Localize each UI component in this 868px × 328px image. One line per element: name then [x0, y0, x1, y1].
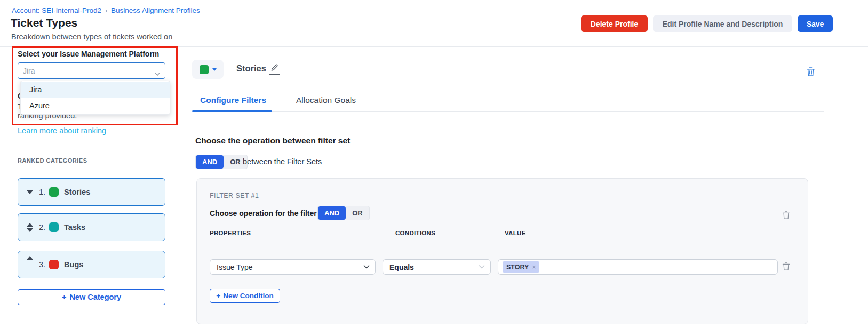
- platform-option-jira[interactable]: Jira: [21, 82, 170, 98]
- new-category-button[interactable]: + New Category: [18, 289, 165, 305]
- ranked-categories-label: RANKED CATEGORIES: [18, 157, 87, 164]
- new-category-label: New Category: [69, 293, 121, 301]
- filter-set-card: FILTER SET #1 Choose operation for the f…: [196, 178, 808, 324]
- learn-more-ranking-link[interactable]: Learn more about ranking: [18, 126, 106, 135]
- value-tag-story: STORY ×: [503, 261, 539, 273]
- delete-category-icon[interactable]: [806, 67, 815, 78]
- filter-set-divider: [210, 247, 796, 247]
- category-color-dot: [49, 260, 59, 269]
- delete-filter-set-icon[interactable]: [782, 211, 790, 221]
- platform-select-input[interactable]: [18, 62, 165, 79]
- page-subtitle: Breakdown between types of tickets worke…: [11, 33, 172, 41]
- category-name: Stories: [64, 188, 90, 196]
- tab-allocation-goals[interactable]: Allocation Goals: [296, 95, 356, 105]
- breadcrumb-section-link[interactable]: Business Alignment Profiles: [111, 6, 200, 14]
- platform-label: Select your Issue Management Platform: [18, 50, 159, 58]
- filter-sets-and-or-toggle: AND OR: [195, 155, 248, 169]
- filter-sets-caption: between the Filter Sets: [243, 157, 322, 166]
- condition-select[interactable]: Equals: [383, 259, 491, 275]
- chevron-down-icon: [479, 265, 485, 269]
- and-toggle-button[interactable]: AND: [196, 155, 224, 169]
- filters-operation-label: Choose operation for the filters: [210, 209, 321, 218]
- category-name: Tasks: [64, 223, 85, 231]
- breadcrumb-account-link[interactable]: Account: SEI-Internal-Prod2: [12, 6, 101, 14]
- category-color-dot: [49, 187, 59, 197]
- category-card-tasks[interactable]: 2. Tasks: [18, 213, 165, 241]
- tabs-divider: [192, 111, 824, 112]
- breadcrumb-separator: ›: [105, 7, 107, 14]
- tab-configure-filters[interactable]: Configure Filters: [200, 95, 266, 105]
- value-tag-label: STORY: [506, 263, 529, 271]
- column-header-conditions: CONDITIONS: [395, 230, 435, 236]
- selected-category-title: Stories: [236, 63, 266, 74]
- or-toggle-button[interactable]: OR: [346, 206, 369, 220]
- property-select[interactable]: Issue Type: [210, 259, 376, 275]
- property-select-value: Issue Type: [217, 263, 363, 271]
- category-color-picker[interactable]: [192, 60, 224, 79]
- condition-select-value: Equals: [389, 263, 479, 271]
- value-input[interactable]: STORY ×: [498, 259, 778, 275]
- sidebar-divider: [18, 317, 165, 317]
- filters-and-or-toggle: AND OR: [317, 206, 370, 220]
- column-header-value: VALUE: [505, 230, 526, 236]
- save-button[interactable]: Save: [798, 15, 833, 32]
- category-name: Bugs: [64, 260, 83, 269]
- category-color-swatch: [200, 65, 209, 74]
- platform-dropdown-menu: Jira Azure: [20, 81, 170, 115]
- new-condition-button[interactable]: + New Condition: [210, 289, 280, 303]
- filter-set-title: FILTER SET #1: [210, 192, 259, 199]
- column-header-properties: PROPERTIES: [210, 230, 251, 236]
- delete-profile-button[interactable]: Delete Profile: [581, 15, 648, 32]
- plus-icon: +: [216, 292, 220, 300]
- category-rank: 2.: [39, 223, 45, 231]
- header-actions: Delete Profile Edit Profile Name and Des…: [581, 15, 833, 32]
- and-toggle-button[interactable]: AND: [318, 206, 346, 220]
- move-up-icon[interactable]: [26, 256, 34, 260]
- plus-icon: +: [62, 293, 66, 301]
- delete-condition-icon[interactable]: [782, 262, 790, 273]
- text-cursor: [22, 66, 22, 75]
- remove-tag-icon[interactable]: ×: [532, 263, 536, 271]
- category-card-stories[interactable]: 1. Stories: [18, 178, 165, 206]
- platform-option-azure[interactable]: Azure: [21, 98, 170, 114]
- breadcrumb: Account: SEI-Internal-Prod2›Business Ali…: [12, 6, 200, 14]
- edit-category-name-icon[interactable]: [269, 63, 280, 75]
- new-condition-label: New Condition: [223, 292, 274, 300]
- category-color-dot: [49, 222, 59, 232]
- move-up-down-icon[interactable]: [26, 223, 34, 232]
- edit-profile-button[interactable]: Edit Profile Name and Description: [653, 15, 792, 32]
- category-card-bugs[interactable]: 3. Bugs: [18, 251, 165, 278]
- filter-set-operation-heading: Choose the operation between filter set: [195, 136, 350, 146]
- move-down-icon[interactable]: [26, 190, 34, 194]
- main-panel: Stories Configure Filters Allocation Goa…: [186, 47, 868, 328]
- caret-down-icon: [212, 68, 217, 71]
- category-rank: 1.: [39, 188, 45, 196]
- chevron-down-icon: [363, 265, 370, 269]
- chevron-down-icon[interactable]: [154, 69, 161, 78]
- active-tab-underline: [192, 110, 272, 112]
- page-title: Ticket Types: [11, 17, 77, 29]
- page: Account: SEI-Internal-Prod2›Business Ali…: [0, 0, 868, 328]
- category-rank: 3.: [39, 260, 45, 269]
- sidebar: Select your Issue Management Platform C …: [0, 47, 185, 328]
